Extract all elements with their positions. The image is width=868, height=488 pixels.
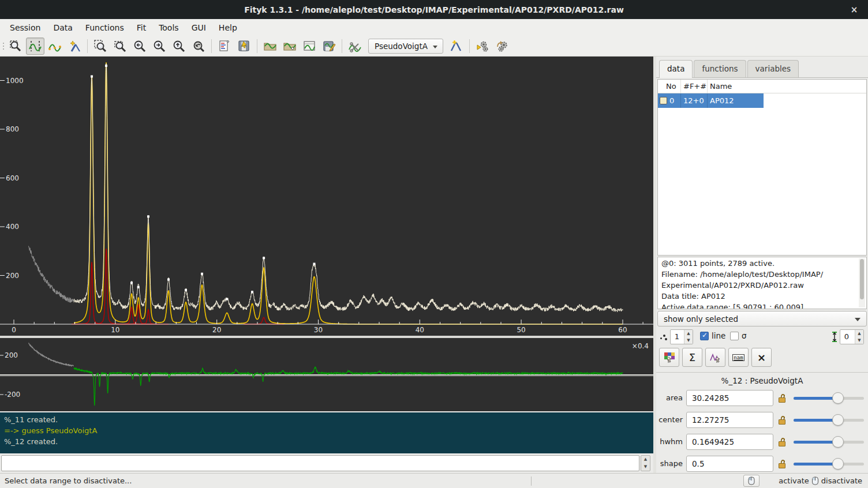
svg-text:60: 60 [618, 326, 627, 334]
zoom-mode-icon[interactable] [6, 37, 25, 55]
mouse-icon [811, 476, 819, 485]
param-area-slider[interactable] [794, 397, 864, 400]
menu-tools[interactable]: Tools [152, 20, 185, 35]
menu-fit[interactable]: Fit [130, 20, 152, 35]
main-plot[interactable]: 01020304050602004006008001000 [0, 57, 653, 336]
save-session-icon[interactable] [235, 37, 253, 55]
command-input-row: ▲▼ [0, 455, 653, 472]
lock-icon[interactable] [778, 415, 787, 425]
col-ff: #F+# [681, 80, 708, 93]
param-label: hwhm [656, 437, 683, 446]
status-message: Select data range to disactivate... [5, 476, 132, 485]
auto-add-peak-icon[interactable] [447, 37, 466, 55]
plot-config-button[interactable] [659, 348, 679, 367]
fit-run-icon[interactable] [473, 37, 492, 55]
table-row[interactable]: 0 12+0 AP012 [658, 93, 764, 108]
zoom-right-icon[interactable] [150, 37, 169, 55]
toolbar-grip[interactable] [1, 39, 6, 54]
dataset-table: No #F+# Name 0 12+0 AP012 [657, 79, 867, 256]
display-mode-combo[interactable]: show only selected [657, 311, 867, 326]
sum-label: Σ [689, 351, 695, 363]
function-title: %_12 : PseudoVoigtA [656, 376, 868, 385]
dataset-checkbox[interactable] [660, 97, 667, 104]
mouse-hints-button[interactable] [743, 475, 760, 487]
add-peak-mode-icon[interactable] [46, 37, 64, 55]
param-shape-slider[interactable] [794, 463, 864, 466]
svg-text:200: 200 [6, 272, 19, 280]
svg-text:400: 400 [6, 223, 19, 231]
script-log-icon[interactable] [215, 37, 234, 55]
function-parameters-panel: %_12 : PseudoVoigtA area 30.24285 center… [656, 372, 868, 473]
data-range-mode-icon[interactable] [26, 37, 44, 55]
svg-text:200: 200 [5, 351, 18, 359]
strip-background-icon[interactable] [346, 37, 364, 55]
menu-gui[interactable]: GUI [185, 20, 212, 35]
tab-data[interactable]: data [659, 60, 693, 78]
statusbar: Select data range to disactivate... acti… [0, 473, 868, 488]
tab-variables[interactable]: variables [747, 60, 799, 77]
aux-plot[interactable]: 200-200×0.4 [0, 338, 653, 411]
point-size-value: 1 [671, 330, 683, 344]
delete-button[interactable]: × [751, 348, 772, 367]
save-data-as-icon[interactable] [320, 37, 338, 55]
zoom-up-icon[interactable] [170, 37, 188, 55]
line-checkbox-row[interactable]: line [700, 331, 725, 340]
fit-undo-icon[interactable] [493, 37, 511, 55]
param-row-area: area 30.24285 [656, 390, 868, 407]
param-row-hwhm: hwhm 0.1649425 [656, 434, 868, 451]
menu-session[interactable]: Session [3, 20, 47, 35]
menu-help[interactable]: Help [212, 20, 244, 35]
console-output: %_11 created. =-> guess PseudoVoigtA %_1… [0, 412, 653, 453]
info-line: Experimental/AP012/PXRD/AP012.raw [661, 280, 863, 291]
mouse-mode-hints: activate disactivate [779, 476, 862, 485]
function-names-toggle-button[interactable]: nam [728, 348, 749, 367]
command-input[interactable] [1, 455, 639, 471]
menu-data[interactable]: Data [47, 20, 78, 35]
menu-functions[interactable]: Functions [79, 20, 130, 35]
close-icon[interactable]: × [848, 4, 860, 16]
param-area-input[interactable]: 30.24285 [686, 390, 773, 406]
col-no: No [658, 80, 681, 93]
sum-toggle-button[interactable]: Σ [682, 348, 702, 367]
load-data-custom-icon[interactable] [280, 37, 299, 55]
point-size-spinner[interactable]: 1 ▲▼ [670, 329, 693, 344]
svg-text:600: 600 [6, 174, 19, 182]
param-center-input[interactable]: 12.27275 [686, 412, 773, 428]
console-line: %_11 created. [4, 414, 649, 425]
zoom-vertical-icon[interactable] [111, 37, 129, 55]
info-line: @0: 3011 points, 2789 active. [661, 258, 863, 269]
input-history-spinner[interactable]: ▲▼ [641, 455, 650, 471]
functions-toggle-button[interactable] [705, 348, 725, 367]
svg-text:40: 40 [416, 326, 424, 334]
add-function-wand-icon[interactable] [65, 37, 84, 55]
function-type-combo[interactable]: PseudoVoigtA [368, 39, 443, 54]
sigma-checkbox[interactable] [730, 332, 739, 340]
info-scrollbar[interactable] [859, 258, 865, 307]
lock-icon[interactable] [778, 459, 787, 469]
zoom-left-icon[interactable] [130, 37, 149, 55]
load-data-icon[interactable] [261, 37, 279, 55]
svg-text:1000: 1000 [6, 77, 24, 85]
param-shape-input[interactable]: 0.5 [686, 456, 773, 472]
param-label: shape [656, 459, 683, 468]
lock-icon[interactable] [778, 393, 787, 403]
dataset-info: @0: 3011 points, 2789 active. Filename: … [657, 257, 867, 309]
svg-text:30: 30 [314, 326, 323, 334]
plot-style-controls: 1 ▲▼ line σ 0 ▲▼ [656, 328, 868, 347]
window-title: Fityk 1.3.1 - /home/aleplo/test/Desktop/… [244, 5, 624, 14]
function-type-value: PseudoVoigtA [375, 42, 428, 51]
tab-functions[interactable]: functions [694, 60, 746, 77]
zoom-previous-icon[interactable] [189, 37, 208, 55]
zoom-all-icon[interactable] [91, 37, 110, 55]
param-hwhm-input[interactable]: 0.1649425 [686, 434, 773, 450]
menubar: Session Data Functions Fit Tools GUI Hel… [0, 19, 868, 36]
param-center-slider[interactable] [794, 419, 864, 422]
line-checkbox[interactable] [700, 332, 709, 340]
sidebar: data functions variables No #F+# Name 0 … [656, 57, 868, 473]
lock-icon[interactable] [778, 437, 787, 447]
export-data-icon[interactable] [300, 37, 319, 55]
param-hwhm-slider[interactable] [794, 441, 864, 444]
sigma-checkbox-row[interactable]: σ [730, 331, 747, 340]
shift-spinner[interactable]: 0 ▲▼ [840, 329, 864, 344]
fityk-window: Fityk 1.3.1 - /home/aleplo/test/Desktop/… [0, 0, 868, 488]
